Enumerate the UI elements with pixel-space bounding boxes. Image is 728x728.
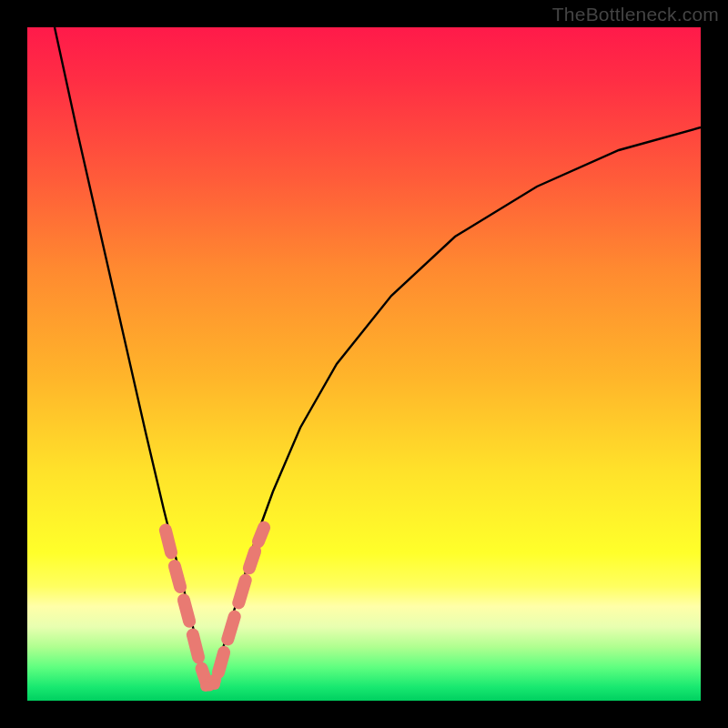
chart-frame: TheBottleneck.com [0, 0, 728, 728]
marker-segment [228, 617, 234, 640]
marker-segment [166, 531, 171, 553]
marker-segment [238, 581, 245, 603]
marker-group [166, 528, 264, 692]
marker-segment [249, 551, 255, 569]
curve-layer [27, 27, 701, 701]
watermark-text: TheBottleneck.com [552, 4, 719, 25]
marker-segment [218, 652, 224, 672]
plot-area [27, 27, 701, 701]
marker-segment [258, 528, 264, 542]
marker-segment [193, 635, 198, 658]
marker-dot [209, 679, 220, 690]
marker-dot [200, 681, 211, 692]
marker-segment [175, 566, 180, 587]
marker-segment [184, 600, 189, 622]
bottleneck-curve [55, 27, 701, 686]
